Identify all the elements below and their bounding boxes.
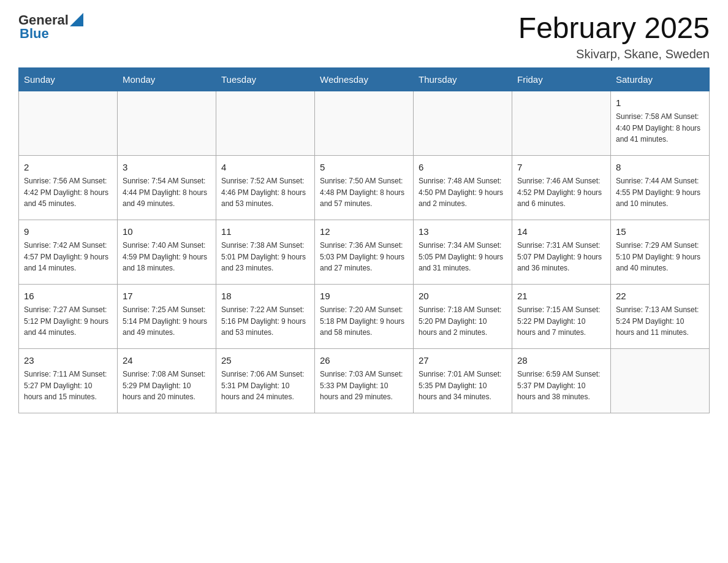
day-number: 9	[24, 225, 112, 239]
day-info: Sunrise: 7:08 AM Sunset: 5:29 PM Dayligh…	[123, 369, 211, 403]
calendar-cell: 25Sunrise: 7:06 AM Sunset: 5:31 PM Dayli…	[216, 348, 315, 413]
day-number: 3	[123, 161, 211, 175]
day-info: Sunrise: 7:11 AM Sunset: 5:27 PM Dayligh…	[24, 369, 112, 403]
calendar-cell	[414, 91, 512, 155]
weekday-header-tuesday: Tuesday	[216, 67, 315, 91]
calendar-cell: 20Sunrise: 7:18 AM Sunset: 5:20 PM Dayli…	[414, 284, 512, 348]
logo-text-blue: Blue	[20, 26, 49, 42]
calendar-cell: 13Sunrise: 7:34 AM Sunset: 5:05 PM Dayli…	[414, 220, 512, 284]
week-row-3: 16Sunrise: 7:27 AM Sunset: 5:12 PM Dayli…	[19, 284, 710, 348]
day-info: Sunrise: 7:34 AM Sunset: 5:05 PM Dayligh…	[419, 240, 507, 274]
week-row-2: 9Sunrise: 7:42 AM Sunset: 4:57 PM Daylig…	[19, 220, 710, 284]
logo-triangle-icon	[70, 13, 83, 26]
day-info: Sunrise: 7:50 AM Sunset: 4:48 PM Dayligh…	[320, 175, 408, 210]
day-number: 12	[320, 225, 408, 239]
day-info: Sunrise: 7:18 AM Sunset: 5:20 PM Dayligh…	[419, 304, 507, 339]
calendar-cell: 17Sunrise: 7:25 AM Sunset: 5:14 PM Dayli…	[118, 284, 216, 348]
day-info: Sunrise: 7:03 AM Sunset: 5:33 PM Dayligh…	[320, 369, 408, 403]
day-number: 6	[419, 161, 507, 175]
day-info: Sunrise: 6:59 AM Sunset: 5:37 PM Dayligh…	[517, 369, 605, 403]
day-number: 20	[419, 289, 507, 304]
day-number: 1	[616, 96, 704, 110]
calendar-cell: 21Sunrise: 7:15 AM Sunset: 5:22 PM Dayli…	[512, 284, 611, 348]
logo: General Blue	[18, 12, 83, 42]
day-info: Sunrise: 7:44 AM Sunset: 4:55 PM Dayligh…	[616, 175, 704, 210]
day-number: 2	[24, 161, 112, 175]
calendar-cell	[512, 91, 611, 155]
calendar-cell: 26Sunrise: 7:03 AM Sunset: 5:33 PM Dayli…	[315, 348, 414, 413]
calendar-cell	[315, 91, 414, 155]
weekday-header-thursday: Thursday	[414, 67, 512, 91]
day-number: 10	[123, 225, 211, 239]
day-number: 25	[221, 354, 309, 368]
day-number: 26	[320, 354, 408, 368]
day-number: 28	[517, 354, 605, 368]
day-number: 24	[123, 354, 211, 368]
day-number: 23	[24, 354, 112, 368]
day-info: Sunrise: 7:58 AM Sunset: 4:40 PM Dayligh…	[616, 111, 704, 145]
day-info: Sunrise: 7:48 AM Sunset: 4:50 PM Dayligh…	[419, 175, 507, 210]
svg-marker-0	[70, 13, 83, 26]
calendar-cell	[611, 348, 710, 413]
calendar-cell	[216, 91, 315, 155]
day-info: Sunrise: 7:27 AM Sunset: 5:12 PM Dayligh…	[24, 304, 112, 339]
day-info: Sunrise: 7:40 AM Sunset: 4:59 PM Dayligh…	[123, 240, 211, 274]
calendar-title: February 2025	[518, 12, 710, 45]
weekday-header-monday: Monday	[118, 67, 216, 91]
day-info: Sunrise: 7:42 AM Sunset: 4:57 PM Dayligh…	[24, 240, 112, 274]
calendar-cell	[19, 91, 118, 155]
weekday-header-sunday: Sunday	[19, 67, 118, 91]
day-info: Sunrise: 7:38 AM Sunset: 5:01 PM Dayligh…	[221, 240, 309, 274]
calendar-cell: 27Sunrise: 7:01 AM Sunset: 5:35 PM Dayli…	[414, 348, 512, 413]
day-number: 13	[419, 225, 507, 239]
day-info: Sunrise: 7:31 AM Sunset: 5:07 PM Dayligh…	[517, 240, 605, 274]
calendar-cell: 18Sunrise: 7:22 AM Sunset: 5:16 PM Dayli…	[216, 284, 315, 348]
day-number: 18	[221, 289, 309, 304]
week-row-0: 1Sunrise: 7:58 AM Sunset: 4:40 PM Daylig…	[19, 91, 710, 155]
calendar-cell: 23Sunrise: 7:11 AM Sunset: 5:27 PM Dayli…	[19, 348, 118, 413]
weekday-header-row: SundayMondayTuesdayWednesdayThursdayFrid…	[19, 67, 710, 91]
day-number: 17	[123, 289, 211, 304]
week-row-4: 23Sunrise: 7:11 AM Sunset: 5:27 PM Dayli…	[19, 348, 710, 413]
calendar-cell: 16Sunrise: 7:27 AM Sunset: 5:12 PM Dayli…	[19, 284, 118, 348]
weekday-header-wednesday: Wednesday	[315, 67, 414, 91]
calendar-subtitle: Skivarp, Skane, Sweden	[518, 47, 710, 61]
calendar-cell: 4Sunrise: 7:52 AM Sunset: 4:46 PM Daylig…	[216, 155, 315, 220]
day-info: Sunrise: 7:54 AM Sunset: 4:44 PM Dayligh…	[123, 175, 211, 210]
calendar-cell: 2Sunrise: 7:56 AM Sunset: 4:42 PM Daylig…	[19, 155, 118, 220]
calendar-cell: 10Sunrise: 7:40 AM Sunset: 4:59 PM Dayli…	[118, 220, 216, 284]
weekday-header-saturday: Saturday	[611, 67, 710, 91]
day-info: Sunrise: 7:22 AM Sunset: 5:16 PM Dayligh…	[221, 304, 309, 339]
weekday-header-friday: Friday	[512, 67, 611, 91]
day-number: 4	[221, 161, 309, 175]
day-number: 14	[517, 225, 605, 239]
calendar-cell: 12Sunrise: 7:36 AM Sunset: 5:03 PM Dayli…	[315, 220, 414, 284]
day-info: Sunrise: 7:13 AM Sunset: 5:24 PM Dayligh…	[616, 304, 704, 339]
day-number: 8	[616, 161, 704, 175]
day-number: 22	[616, 289, 704, 304]
day-number: 5	[320, 161, 408, 175]
day-info: Sunrise: 7:20 AM Sunset: 5:18 PM Dayligh…	[320, 304, 408, 339]
day-info: Sunrise: 7:25 AM Sunset: 5:14 PM Dayligh…	[123, 304, 211, 339]
calendar-cell: 28Sunrise: 6:59 AM Sunset: 5:37 PM Dayli…	[512, 348, 611, 413]
calendar-cell: 9Sunrise: 7:42 AM Sunset: 4:57 PM Daylig…	[19, 220, 118, 284]
day-info: Sunrise: 7:36 AM Sunset: 5:03 PM Dayligh…	[320, 240, 408, 274]
calendar-cell: 24Sunrise: 7:08 AM Sunset: 5:29 PM Dayli…	[118, 348, 216, 413]
calendar-cell: 8Sunrise: 7:44 AM Sunset: 4:55 PM Daylig…	[611, 155, 710, 220]
calendar-cell	[118, 91, 216, 155]
page-header: General Blue February 2025 Skivarp, Skan…	[18, 12, 710, 61]
calendar-cell: 22Sunrise: 7:13 AM Sunset: 5:24 PM Dayli…	[611, 284, 710, 348]
calendar-cell: 11Sunrise: 7:38 AM Sunset: 5:01 PM Dayli…	[216, 220, 315, 284]
day-info: Sunrise: 7:15 AM Sunset: 5:22 PM Dayligh…	[517, 304, 605, 339]
calendar-cell: 6Sunrise: 7:48 AM Sunset: 4:50 PM Daylig…	[414, 155, 512, 220]
calendar-cell: 15Sunrise: 7:29 AM Sunset: 5:10 PM Dayli…	[611, 220, 710, 284]
calendar-cell: 1Sunrise: 7:58 AM Sunset: 4:40 PM Daylig…	[611, 91, 710, 155]
day-info: Sunrise: 7:56 AM Sunset: 4:42 PM Dayligh…	[24, 175, 112, 210]
day-info: Sunrise: 7:52 AM Sunset: 4:46 PM Dayligh…	[221, 175, 309, 210]
title-block: February 2025 Skivarp, Skane, Sweden	[518, 12, 710, 61]
day-number: 11	[221, 225, 309, 239]
day-number: 19	[320, 289, 408, 304]
day-number: 16	[24, 289, 112, 304]
calendar-table: SundayMondayTuesdayWednesdayThursdayFrid…	[18, 67, 710, 413]
calendar-cell: 7Sunrise: 7:46 AM Sunset: 4:52 PM Daylig…	[512, 155, 611, 220]
